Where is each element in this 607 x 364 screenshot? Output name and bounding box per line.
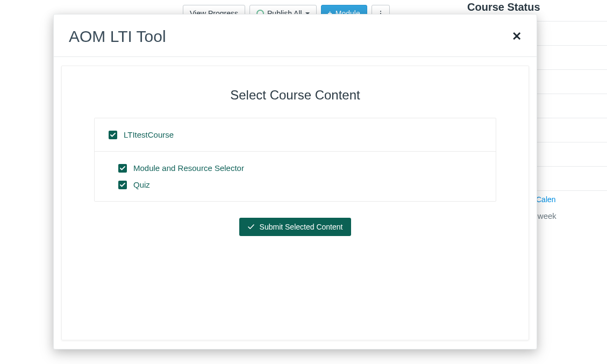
submit-selected-button[interactable]: Submit Selected Content	[239, 218, 352, 236]
modal-body: Select Course Content LTItestCourse	[54, 57, 537, 349]
content-item-label: Quiz	[133, 180, 150, 189]
content-selector-card: Select Course Content LTItestCourse	[61, 66, 529, 340]
course-checkbox-row[interactable]: LTItestCourse	[109, 130, 482, 139]
content-item-label: Module and Resource Selector	[133, 163, 244, 173]
checkbox-checked-icon	[118, 181, 127, 189]
content-selector-title: Select Course Content	[94, 88, 496, 103]
content-item-row[interactable]: Quiz	[109, 180, 482, 189]
checkbox-checked-icon	[118, 164, 127, 173]
course-content-box: LTItestCourse Module and Resource Select…	[94, 118, 496, 202]
submit-button-label: Submit Selected Content	[260, 223, 343, 231]
modal-title: AOM LTI Tool	[69, 27, 166, 46]
modal-header: AOM LTI Tool ✕	[54, 15, 537, 57]
lti-tool-modal: AOM LTI Tool ✕ Select Course Content LTI…	[53, 14, 537, 349]
content-item-row[interactable]: Module and Resource Selector	[109, 163, 482, 173]
course-items-list: Module and Resource Selector Quiz	[95, 152, 496, 201]
modal-overlay: AOM LTI Tool ✕ Select Course Content LTI…	[0, 0, 607, 364]
close-icon: ✕	[512, 30, 522, 43]
course-header-row: LTItestCourse	[95, 118, 496, 152]
course-name-label: LTItestCourse	[124, 130, 174, 139]
submit-wrap: Submit Selected Content	[94, 218, 496, 236]
checkbox-checked-icon	[109, 131, 117, 139]
close-button[interactable]: ✕	[512, 31, 522, 42]
check-icon	[248, 224, 254, 230]
